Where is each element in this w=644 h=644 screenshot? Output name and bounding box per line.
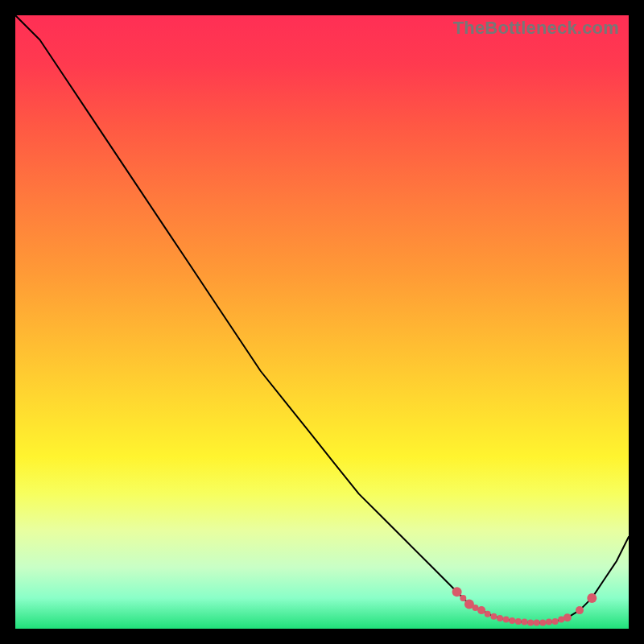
highlight-dot	[452, 587, 462, 597]
highlight-dot	[527, 619, 534, 625]
highlight-dot	[539, 619, 546, 625]
plot-area: TheBottleneck.com	[15, 15, 629, 629]
highlight-dot	[515, 618, 522, 625]
highlight-dot	[534, 619, 540, 625]
highlight-dot	[546, 619, 552, 625]
highlight-dot	[503, 617, 510, 623]
highlight-dot	[552, 618, 559, 625]
bottleneck-curve	[15, 15, 629, 622]
highlight-dot	[576, 606, 584, 614]
highlight-dots	[452, 587, 597, 625]
highlight-dot	[497, 615, 503, 621]
highlight-dot	[477, 606, 485, 614]
highlight-dot	[460, 595, 466, 601]
highlight-dot	[485, 611, 491, 617]
highlight-dot	[490, 613, 497, 620]
chart-frame: TheBottleneck.com	[0, 0, 644, 644]
highlight-dot	[564, 613, 572, 621]
curve-svg	[15, 15, 629, 629]
highlight-dot	[509, 617, 515, 624]
highlight-dot	[587, 593, 597, 603]
highlight-dot	[522, 619, 528, 625]
